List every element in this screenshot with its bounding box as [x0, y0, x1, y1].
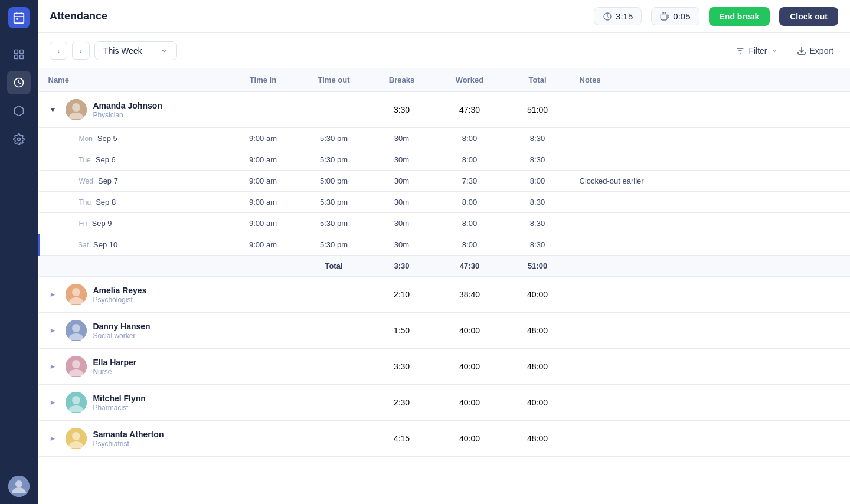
- expand-button[interactable]: ▼: [48, 104, 58, 115]
- export-label: Export: [810, 46, 833, 55]
- total: 8:30: [505, 128, 570, 149]
- user-avatar[interactable]: [8, 476, 30, 497]
- day-row: Mon Sep 5 9:00 am 5:30 pm 30m 8:00 8:30: [39, 128, 851, 149]
- filter-button[interactable]: Filter: [731, 42, 782, 59]
- day-date: Sep 9: [92, 219, 112, 228]
- svg-rect-5: [15, 50, 18, 54]
- col-time-out: Time out: [299, 68, 370, 92]
- employee-row: ► Mitchel Flynn Pharmacist 2:30 40:00 40…: [39, 385, 851, 421]
- week-selector[interactable]: This Week: [94, 41, 177, 60]
- day-label: Tue: [79, 156, 91, 164]
- note: [570, 192, 851, 213]
- time-out: 5:30 pm: [299, 192, 370, 213]
- day-date: Sep 6: [96, 155, 116, 164]
- emp-total: 48:00: [505, 349, 570, 385]
- sidebar-item-attendance[interactable]: [7, 71, 31, 94]
- employee-row: ► Danny Hansen Social worker 1:50 40:00 …: [39, 313, 851, 349]
- main-content: Attendance 3:15 0:05 End break Clock out…: [38, 0, 850, 504]
- toolbar: ‹ › This Week Filter: [38, 33, 850, 68]
- employee-avatar: [66, 320, 87, 341]
- time-out: 5:30 pm: [299, 234, 370, 256]
- col-breaks: Breaks: [370, 68, 434, 92]
- day-row: Sat Sep 10 9:00 am 5:30 pm 30m 8:00 8:30: [39, 234, 851, 256]
- svg-point-24: [72, 288, 80, 296]
- day-label: Wed: [79, 177, 93, 185]
- worked: 8:00: [434, 192, 505, 213]
- emp-worked: 40:00: [434, 421, 505, 457]
- page-title: Attendance: [50, 10, 584, 22]
- svg-rect-3: [14, 16, 24, 17]
- sidebar-item-settings[interactable]: [7, 127, 31, 151]
- day-row: Wed Sep 7 9:00 am 5:00 pm 30m 7:30 8:00 …: [39, 171, 851, 192]
- day-label: Sat: [78, 241, 89, 249]
- employee-role: Physician: [93, 111, 162, 119]
- prev-week-button[interactable]: ‹: [50, 42, 67, 60]
- emp-total: 51:00: [505, 92, 570, 128]
- emp-worked: 40:00: [434, 385, 505, 421]
- time-out: 5:30 pm: [299, 213, 370, 234]
- expand-button[interactable]: ►: [48, 289, 58, 300]
- employee-name: Danny Hansen: [93, 322, 150, 331]
- svg-rect-8: [20, 55, 24, 59]
- employee-avatar: [66, 284, 87, 305]
- time-in: 9:00 am: [228, 171, 299, 192]
- emp-breaks: 4:15: [370, 421, 434, 457]
- total: 8:30: [505, 149, 570, 171]
- header: Attendance 3:15 0:05 End break Clock out: [38, 0, 850, 33]
- employee-role: Psychologist: [93, 296, 146, 304]
- svg-point-30: [72, 396, 80, 404]
- breaks: 30m: [370, 128, 434, 149]
- total-total: 51:00: [505, 256, 570, 277]
- emp-worked: 47:30: [434, 92, 505, 128]
- next-week-button[interactable]: ›: [72, 42, 90, 60]
- expand-button[interactable]: ►: [48, 325, 58, 336]
- emp-total: 40:00: [505, 385, 570, 421]
- filter-label: Filter: [748, 46, 767, 55]
- employee-role: Nurse: [93, 368, 136, 376]
- total: 8:30: [505, 234, 570, 256]
- employee-row: ▼ Amanda Johnson Physician 3:30 47:30 51…: [39, 92, 851, 128]
- day-row: Tue Sep 6 9:00 am 5:30 pm 30m 8:00 8:30: [39, 149, 851, 171]
- day-date: Sep 5: [97, 134, 117, 143]
- employee-info: Samanta Atherton Psychiatrist: [93, 430, 164, 448]
- day-row: Fri Sep 9 9:00 am 5:30 pm 30m 8:00 8:30: [39, 213, 851, 234]
- employee-avatar: [66, 356, 87, 377]
- sidebar-item-travel[interactable]: [7, 99, 31, 123]
- total-label: Total: [299, 256, 370, 277]
- sidebar-item-dashboard[interactable]: [7, 42, 31, 66]
- expand-button[interactable]: ►: [48, 361, 58, 372]
- time-out: 5:30 pm: [299, 128, 370, 149]
- total: 8:00: [505, 171, 570, 192]
- total-worked: 47:30: [434, 256, 505, 277]
- total: 8:30: [505, 192, 570, 213]
- employee-info: Amanda Johnson Physician: [93, 101, 162, 119]
- employee-avatar: [66, 99, 87, 120]
- emp-total: 40:00: [505, 277, 570, 313]
- employee-name: Samanta Atherton: [93, 430, 164, 439]
- breaks: 30m: [370, 213, 434, 234]
- col-name: Name: [39, 68, 228, 92]
- clock-out-button[interactable]: Clock out: [779, 7, 838, 26]
- employee-avatar: [66, 392, 87, 413]
- worked: 8:00: [434, 213, 505, 234]
- breaks: 30m: [370, 171, 434, 192]
- emp-breaks: 1:50: [370, 313, 434, 349]
- attendance-table: Name Time in Time out Breaks Worked Tota…: [38, 68, 850, 457]
- svg-rect-2: [21, 12, 22, 15]
- expand-button[interactable]: ►: [48, 433, 58, 444]
- export-button[interactable]: Export: [792, 42, 838, 59]
- employee-row: ► Amelia Reyes Psychologist 2:10 38:40 4…: [39, 277, 851, 313]
- employee-name: Mitchel Flynn: [93, 394, 145, 403]
- end-break-button[interactable]: End break: [709, 7, 770, 26]
- employee-role: Psychiatrist: [93, 440, 164, 448]
- svg-rect-7: [15, 55, 18, 59]
- emp-total: 48:00: [505, 421, 570, 457]
- svg-rect-0: [14, 14, 24, 23]
- break-timer-value: 0:05: [673, 11, 690, 21]
- time-in: 9:00 am: [228, 149, 299, 171]
- col-notes: Notes: [570, 68, 851, 92]
- work-timer: 3:15: [594, 7, 642, 25]
- emp-worked: 40:00: [434, 349, 505, 385]
- time-in: 9:00 am: [228, 192, 299, 213]
- expand-button[interactable]: ►: [48, 397, 58, 408]
